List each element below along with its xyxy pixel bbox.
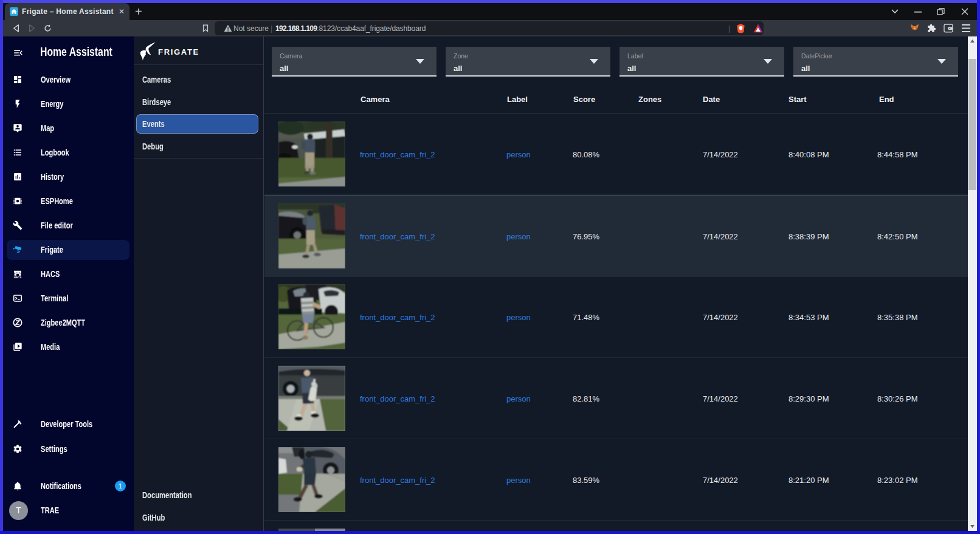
svg-text:HACS: HACS [14,276,21,279]
